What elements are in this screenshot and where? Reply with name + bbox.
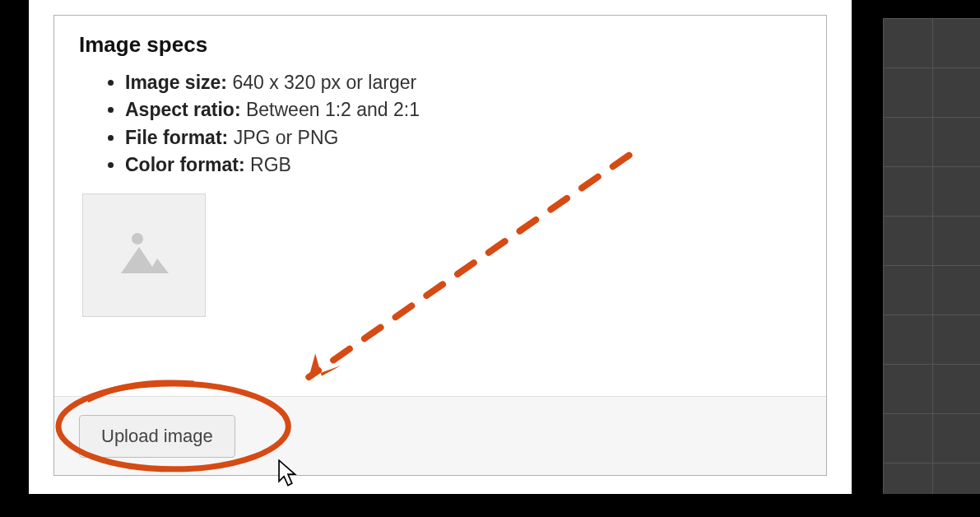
annotation-arrowhead-icon: [302, 350, 341, 389]
svg-marker-1: [121, 247, 169, 273]
spec-label: File format:: [125, 127, 228, 148]
spec-item: Color format: RGB: [125, 151, 801, 179]
image-placeholder-icon: [111, 221, 177, 290]
svg-point-0: [132, 233, 143, 245]
spec-label: Image size:: [125, 72, 227, 93]
upload-image-button[interactable]: Upload image: [79, 415, 235, 458]
spec-label: Color format:: [125, 154, 245, 175]
spec-item: Image size: 640 x 320 px or larger: [125, 69, 801, 96]
image-placeholder-thumbnail: [82, 193, 206, 317]
panel-title: Image specs: [79, 32, 801, 58]
spec-value: RGB: [250, 154, 291, 175]
spec-label: Aspect ratio:: [125, 99, 241, 120]
image-specs-panel: Image specs Image size: 640 x 320 px or …: [53, 15, 827, 476]
annotation-arrow-line: [309, 156, 629, 377]
spec-item: Aspect ratio: Between 1:2 and 2:1: [125, 96, 801, 123]
panel-footer: Upload image: [54, 396, 826, 475]
specs-list: Image size: 640 x 320 px or larger Aspec…: [79, 69, 801, 179]
spec-value: Between 1:2 and 2:1: [246, 99, 420, 120]
spec-value: 640 x 320 px or larger: [232, 72, 416, 93]
spec-value: JPG or PNG: [234, 127, 339, 148]
spec-item: File format: JPG or PNG: [125, 124, 801, 151]
page-container: Image specs Image size: 640 x 320 px or …: [29, 0, 852, 494]
editor-grid-background: [883, 18, 980, 494]
